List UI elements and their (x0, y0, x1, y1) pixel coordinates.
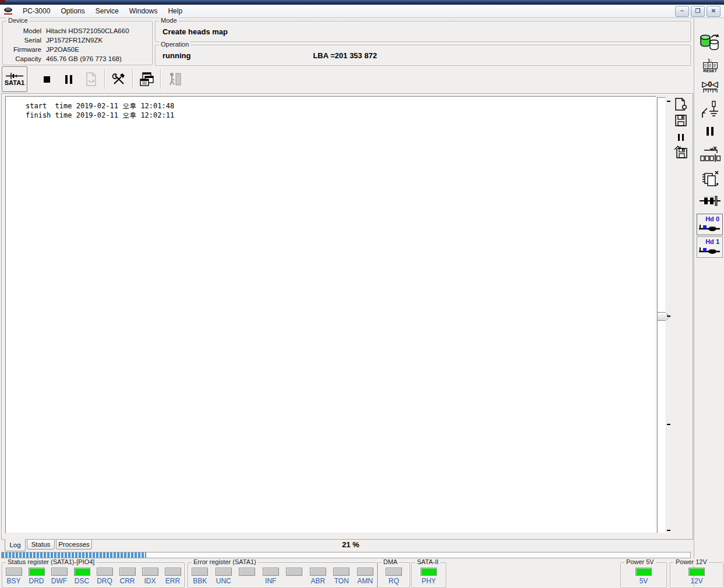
trackbar-tick (667, 424, 670, 425)
titlebar-red-mark (0, 0, 5, 2)
led-blank (286, 568, 302, 576)
device-panel: Device Model Hitachi HDS721050CLA660 Ser… (2, 21, 153, 65)
trackbar-tick (667, 316, 670, 317)
restore-button[interactable]: ❐ (691, 6, 705, 17)
led-bbk (192, 568, 208, 576)
mode-panel-title: Mode (159, 17, 179, 24)
exit-icon (168, 72, 182, 87)
head-0-button[interactable]: Hd 0 (697, 214, 723, 235)
sata2-panel: SATA-II PHY (411, 562, 446, 588)
led-idx (142, 568, 158, 576)
save-as-button[interactable] (672, 144, 690, 160)
menu-service[interactable]: Service (90, 5, 124, 17)
pc3000-window: PC-3000 Options Service Windows Help – ❐… (0, 0, 724, 588)
window-controls: – ❐ ✕ (675, 6, 724, 17)
head-0-label: Hd 0 (698, 215, 721, 222)
stop-icon (44, 76, 50, 83)
operation-panel-title: Operation (159, 41, 190, 48)
mode-panel: Mode Create heads map (155, 21, 691, 42)
zero-gauge-icon: ▷0◁ (702, 80, 718, 88)
floppy-save-icon (674, 114, 687, 127)
trackbar-thumb[interactable] (657, 312, 666, 321)
tools-button[interactable] (108, 68, 130, 90)
menu-windows[interactable]: Windows (124, 5, 163, 17)
power12v-panel: Power 12V 12V (670, 562, 723, 588)
app-icon[interactable] (3, 7, 14, 15)
menu-pc3000[interactable]: PC-3000 (17, 5, 55, 17)
head-actuator-icon (698, 245, 721, 254)
toolbar-separator (132, 69, 133, 89)
disk-copy-button[interactable] (698, 30, 722, 54)
registers-icon (700, 146, 721, 163)
bottom-tabs: Log Status Processes 21 % (1, 539, 692, 552)
report-button[interactable] (80, 68, 102, 90)
bus-terminator-button[interactable] (698, 194, 722, 207)
tab-processes[interactable]: Processes (56, 539, 92, 550)
led-rq (386, 568, 402, 576)
sidebar-separator (694, 17, 695, 588)
device-firmware-value: JP2OA50E (46, 45, 79, 54)
device-capacity-row: Capacity 465.76 GB (976 773 168) (5, 54, 152, 63)
dma-panel: DMA RQ (377, 562, 410, 588)
switch-circuit-icon (701, 100, 719, 121)
device-model-label: Model (5, 26, 41, 36)
sata1-port-button[interactable]: SATA1 (2, 66, 27, 92)
led-blank (239, 568, 255, 576)
led-drq (97, 568, 113, 576)
device-serial-row: Serial JP1572FR1ZN9ZK (5, 36, 152, 45)
recalibrate-button[interactable]: ▷0◁ (698, 80, 722, 93)
reset-button[interactable]: 1↓ 000 RESET (698, 58, 722, 73)
trackbar-tick (667, 530, 670, 531)
sata1-label: SATA1 (5, 80, 24, 86)
power-switch-button[interactable] (698, 100, 722, 121)
log-settings-button[interactable] (672, 97, 690, 112)
reset-icon-caption: RESET (703, 69, 716, 73)
log-line: start time 2019-02-11 오후 12:01:48 (26, 101, 656, 111)
power5v-panel: Power 5V 5V (620, 562, 667, 588)
menu-help[interactable]: Help (163, 5, 188, 17)
tab-status[interactable]: Status (27, 539, 55, 550)
log-line: finish time 2019-02-11 오후 12:02:11 (26, 111, 656, 120)
tools-icon (112, 72, 126, 86)
save-log-button[interactable] (672, 113, 690, 128)
minimize-button[interactable]: – (675, 6, 689, 17)
progress-percent-label: 21 % (333, 540, 368, 549)
close-tasks-button[interactable] (698, 169, 722, 189)
log-panel: start time 2019-02-11 오후 12:01:48 finish… (1, 93, 693, 540)
registers-button[interactable] (698, 146, 722, 163)
pause-icon (707, 127, 714, 136)
log-trackbar[interactable] (657, 97, 666, 533)
pause-button[interactable] (58, 68, 80, 90)
menu-options[interactable]: Options (55, 5, 90, 17)
menu-bar: PC-3000 Options Service Windows Help – ❐… (0, 5, 724, 18)
windows-cascade-button[interactable] (136, 68, 158, 90)
led-abr (310, 568, 326, 576)
titlebar (0, 0, 724, 5)
head-1-label: Hd 1 (698, 238, 721, 245)
head-1-button[interactable]: Hd 1 (697, 236, 723, 258)
device-serial-label: Serial (5, 36, 41, 45)
tab-log[interactable]: Log (5, 539, 26, 551)
operation-lba: LBA =201 353 872 (313, 51, 377, 60)
documents-close-icon (700, 169, 720, 189)
pause-process-button[interactable] (698, 127, 722, 136)
led-dsc (74, 568, 90, 576)
reset-icon: 000 (703, 62, 718, 69)
error-register-title: Error register (SATA1) (192, 558, 258, 566)
close-button[interactable]: ✕ (707, 6, 721, 17)
operation-panel: Operation running LBA =201 353 872 (155, 45, 691, 66)
pause-log-button[interactable] (672, 130, 690, 145)
log-output[interactable]: start time 2019-02-11 오후 12:01:48 finish… (5, 96, 656, 533)
progress-fill (2, 552, 146, 558)
exit-button[interactable] (164, 68, 186, 90)
mode-value: Create heads map (156, 22, 690, 36)
toolbar: SATA1 (0, 66, 693, 92)
led-phy (421, 568, 437, 576)
device-model-row: Model Hitachi HDS721050CLA660 (5, 26, 152, 36)
led-drd (29, 568, 45, 576)
led-amn (357, 568, 373, 576)
device-model-value: Hitachi HDS721050CLA660 (46, 26, 129, 36)
device-firmware-row: Firmware JP2OA50E (5, 45, 152, 54)
stop-button[interactable] (36, 68, 58, 90)
toolbar-separator (160, 69, 161, 89)
